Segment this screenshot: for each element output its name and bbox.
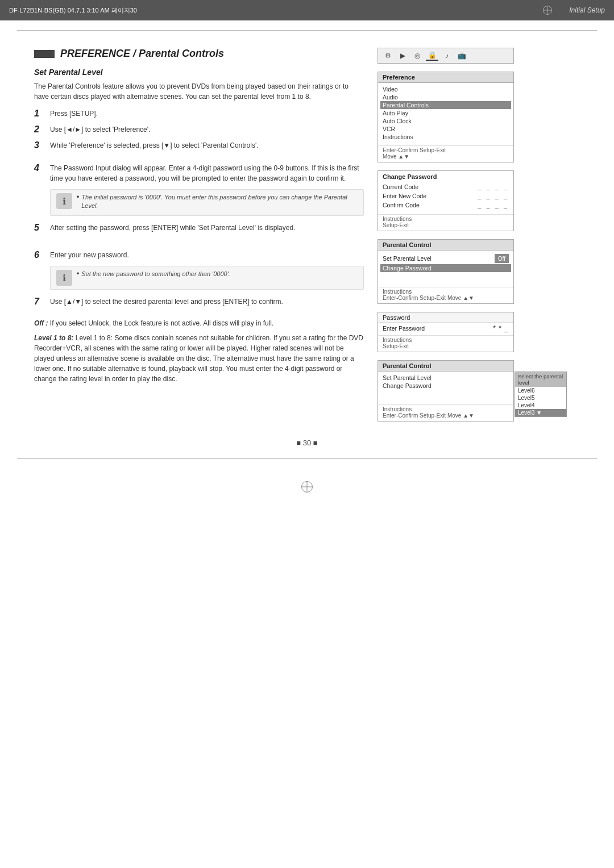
step-5-num: 5	[34, 223, 44, 233]
level-description: Level 1 to 8: Level 1 to 8: Some discs c…	[34, 333, 364, 384]
note-2-content: • Set the new password to something othe…	[77, 270, 230, 279]
new-code-label: Enter New Code	[383, 193, 426, 199]
menu-item-audio: Audio	[383, 93, 509, 101]
icon-disc: ◎	[411, 51, 424, 61]
enter-password-label: Enter Password	[383, 325, 425, 332]
change-password-footer: Instructions Setup-Exit	[378, 214, 513, 231]
password-footer-line1: Instructions	[383, 337, 509, 343]
code-row-new: Enter New Code _ _ _ _	[383, 191, 509, 201]
note-2-bullet: • Set the new password to something othe…	[77, 270, 230, 278]
parental-1-footer-line1: Instructions	[383, 289, 509, 295]
step-4: 4 The Password Input dialog will appear.…	[34, 163, 364, 183]
preference-menu-panel: Preference Video Audio Parental Controls…	[377, 72, 514, 162]
header-bar: DF-L72B1N-BS(GB) 04.7.1 3:10 AM 페이지30 In…	[0, 0, 614, 20]
step-6-num: 6	[34, 250, 44, 260]
parental-control-1-footer: Instructions Enter-Confirm Setup-Exit Mo…	[378, 287, 513, 303]
change-password-panel: Change Password Current Code _ _ _ _ Ent…	[377, 170, 514, 231]
note-1-content: • The initial password is '0000'. You mu…	[77, 193, 358, 212]
section-heading: PREFERENCE / Parental Controls	[60, 48, 224, 60]
level-dropdown: Select the parental level Level6 Level5 …	[515, 372, 567, 417]
step-1: 1 Press [SETUP].	[34, 108, 364, 119]
dropdown-option-level3-selected: Level3 ▼	[515, 409, 566, 416]
step-2-text: Use [◄/►] to select 'Preference'.	[50, 124, 150, 135]
change-pw-footer-line1: Instructions	[383, 216, 509, 222]
dropdown-option-level4: Level4	[515, 402, 566, 409]
page-num-text: 30	[303, 439, 311, 447]
confirm-code-label: Confirm Code	[383, 202, 420, 208]
step-7: 7 Use [▲/▼] to select the desired parent…	[34, 297, 364, 307]
step-2: 2 Use [◄/►] to select 'Preference'.	[34, 124, 364, 135]
step-4-text: The Password Input dialog will appear. E…	[50, 163, 364, 183]
parental-1-change-password: Change Password	[380, 264, 511, 272]
right-column: ⚙ ▶ ◎ 🔒 ♪ 📺 Preference Video Audio Paren…	[377, 48, 514, 422]
step-5-text: After setting the password, press [ENTER…	[50, 223, 295, 233]
off-badge: Off	[495, 254, 509, 263]
code-row-current: Current Code _ _ _ _	[383, 182, 509, 191]
password-enter-row: Enter Password * * _	[378, 323, 513, 334]
level-label: Level 1 to 8:	[34, 334, 76, 342]
menu-item-instructions: Instructions	[383, 133, 509, 141]
step-7-text: Use [▲/▼] to select the desired parental…	[50, 297, 283, 307]
note-icon-1: ℹ	[56, 193, 72, 209]
preference-menu-footer: Enter-Confirm Setup-Exit Move ▲▼	[378, 145, 513, 162]
header-reg-mark	[543, 6, 552, 15]
dropdown-header: Select the parental level	[515, 372, 566, 387]
parental-2-change-password: Change Password	[383, 382, 509, 390]
note-1-text: The initial password is '0000'. You must…	[81, 193, 358, 211]
menu-item-autoclock: Auto Clock	[383, 117, 509, 125]
icon-video: 📺	[455, 51, 468, 61]
password-panel: Password Enter Password * * _ Instructio…	[377, 312, 514, 352]
parental-1-footer-line2: Enter-Confirm Setup-Exit Move ▲▼	[383, 295, 509, 301]
change-password-title: Change Password	[383, 173, 509, 180]
current-code-dots: _ _ _ _	[478, 183, 509, 190]
bottom-area	[0, 458, 614, 504]
note-icon-2: ℹ	[56, 270, 72, 286]
parental-control-panel-2: Parental Control Set Parental Level Chan…	[377, 360, 514, 422]
menu-item-vcr: VCR	[383, 125, 509, 133]
icon-play: ▶	[396, 51, 409, 61]
step-7-num: 7	[34, 297, 44, 307]
svg-text:ℹ: ℹ	[63, 197, 66, 206]
off-text: If you select Unlock, the Lock feature i…	[50, 319, 274, 327]
dropdown-option-level6: Level6	[515, 387, 566, 394]
page-number: ■ 30 ■	[0, 433, 614, 458]
parental-2-footer-line2: Enter-Confirm Setup-Exit Move ▲▼	[383, 412, 509, 419]
icon-audio: ♪	[441, 51, 453, 61]
step-4-num: 4	[34, 163, 44, 173]
step-3: 3 While 'Preference' is selected, press …	[34, 140, 364, 151]
step-6: 6 Enter your new password.	[34, 250, 364, 260]
menu-item-video: Video	[383, 85, 509, 93]
level-text: Level 1 to 8: Some discs contain scenes …	[34, 334, 363, 383]
preference-footer-line1: Enter-Confirm Setup-Exit	[383, 147, 509, 153]
doc-info: DF-L72B1N-BS(GB) 04.7.1 3:10 AM 페이지30	[9, 6, 526, 15]
preference-footer-line2: Move ▲▼	[383, 153, 509, 160]
step-2-num: 2	[34, 124, 44, 135]
note-box-1: ℹ • The initial password is '0000'. You …	[50, 189, 364, 216]
step-1-num: 1	[34, 108, 44, 119]
section-title-block: PREFERENCE / Parental Controls	[34, 48, 364, 60]
title-bar-decoration	[34, 50, 55, 58]
left-column: PREFERENCE / Parental Controls Set Paren…	[34, 48, 364, 422]
change-pw-footer-line2: Setup-Exit	[383, 222, 509, 228]
menu-item-autoplay: Auto Play	[383, 109, 509, 117]
password-panel-title: Password	[378, 312, 513, 323]
parental-row-level: Set Parental Level Off	[383, 253, 509, 264]
off-description: Off : If you select Unlock, the Lock fea…	[34, 318, 364, 328]
menu-item-parental-controls: Parental Controls	[380, 101, 511, 109]
set-parental-level-label-2: Set Parental Level	[383, 374, 432, 381]
preference-menu-body: Video Audio Parental Controls Auto Play …	[378, 83, 513, 144]
code-row-confirm: Confirm Code _ _ _ _	[383, 201, 509, 210]
step-6-text: Enter your new password.	[50, 250, 129, 260]
icon-parental: 🔒	[426, 51, 438, 61]
parental-control-2-body: Set Parental Level Change Password Selec…	[378, 372, 513, 403]
off-label: Off :	[34, 319, 48, 327]
change-password-body: Change Password Current Code _ _ _ _ Ent…	[378, 171, 513, 213]
icon-settings: ⚙	[381, 51, 394, 61]
parental-control-panel-1: Parental Control Set Parental Level Off …	[377, 239, 514, 304]
current-code-label: Current Code	[383, 183, 418, 190]
svg-text:ℹ: ℹ	[63, 273, 66, 283]
new-code-dots: _ _ _ _	[478, 193, 509, 199]
page-title-header: Initial Setup	[569, 6, 605, 14]
password-dots: * * _	[493, 324, 509, 332]
password-panel-footer: Instructions Setup-Exit	[378, 335, 513, 352]
